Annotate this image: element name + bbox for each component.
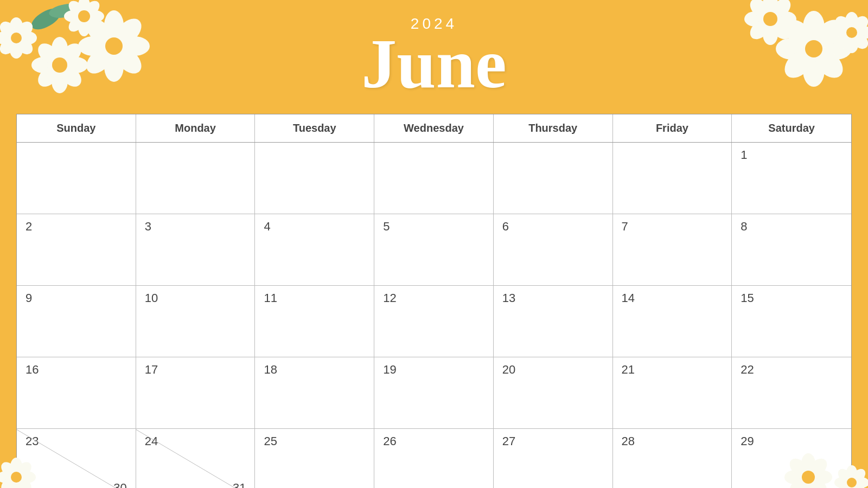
cell-w5-fri: 28 bbox=[613, 429, 732, 488]
svg-point-88 bbox=[854, 477, 868, 488]
svg-point-32 bbox=[86, 10, 104, 22]
svg-point-71 bbox=[0, 471, 14, 483]
cell-w3-sat: 15 bbox=[732, 286, 851, 357]
cell-w4-tue: 18 bbox=[255, 357, 374, 428]
svg-point-47 bbox=[805, 40, 822, 57]
day-header-friday: Friday bbox=[613, 114, 732, 142]
cell-w2-fri: 7 bbox=[613, 214, 732, 285]
svg-point-34 bbox=[81, 0, 103, 20]
svg-point-4 bbox=[10, 41, 23, 59]
cell-w4-wed: 19 bbox=[374, 357, 494, 428]
svg-point-64 bbox=[832, 30, 854, 52]
svg-point-46 bbox=[780, 45, 818, 84]
svg-point-54 bbox=[768, 17, 794, 43]
day-headers-row: Sunday Monday Tuesday Wednesday Thursday… bbox=[17, 114, 851, 143]
cell-w4-mon: 17 bbox=[136, 357, 256, 428]
week-4: 16 17 18 19 20 21 22 bbox=[17, 357, 851, 429]
svg-point-17 bbox=[34, 40, 62, 68]
cell-w1-sat: 1 bbox=[732, 143, 851, 214]
cell-w5-tue: 25 bbox=[255, 429, 374, 488]
cell-w3-fri: 14 bbox=[613, 286, 732, 357]
svg-point-62 bbox=[832, 13, 854, 35]
calendar-container: 2024 June Sunday Monday Tuesday Wednesda… bbox=[0, 0, 868, 488]
svg-point-43 bbox=[810, 15, 848, 53]
cell-w3-thu: 13 bbox=[494, 286, 613, 357]
svg-point-38 bbox=[78, 10, 90, 22]
svg-point-59 bbox=[855, 26, 868, 39]
week-3: 9 10 11 12 13 14 15 bbox=[17, 286, 851, 357]
date-31: 31 bbox=[233, 481, 246, 488]
cell-w4-fri: 21 bbox=[613, 357, 732, 428]
svg-point-16 bbox=[57, 40, 85, 68]
svg-point-27 bbox=[111, 43, 146, 78]
cell-w2-tue: 4 bbox=[255, 214, 374, 285]
date-30: 30 bbox=[113, 481, 126, 488]
svg-point-36 bbox=[81, 13, 103, 35]
cell-w4-sun: 16 bbox=[17, 357, 136, 428]
svg-point-5 bbox=[20, 31, 37, 44]
svg-point-58 bbox=[845, 36, 858, 53]
svg-point-8 bbox=[0, 18, 18, 40]
day-header-wednesday: Wednesday bbox=[374, 114, 494, 142]
cell-w1-tue bbox=[255, 143, 374, 214]
svg-point-24 bbox=[78, 36, 108, 56]
cell-w3-sun: 9 bbox=[17, 286, 136, 357]
svg-point-56 bbox=[763, 12, 777, 26]
cell-w2-sat: 8 bbox=[732, 214, 851, 285]
month-label: June bbox=[361, 28, 506, 99]
cell-w1-wed bbox=[374, 143, 494, 214]
cell-w1-fri bbox=[613, 143, 732, 214]
svg-point-29 bbox=[105, 37, 123, 55]
day-header-saturday: Saturday bbox=[732, 114, 851, 142]
svg-point-13 bbox=[52, 69, 68, 93]
calendar-header: 2024 June bbox=[0, 0, 868, 114]
cell-w1-sun bbox=[17, 143, 136, 214]
svg-point-28 bbox=[81, 43, 117, 78]
svg-point-37 bbox=[66, 13, 87, 35]
svg-point-26 bbox=[81, 14, 117, 49]
cell-w2-thu: 6 bbox=[494, 214, 613, 285]
cell-w5-sat: 29 bbox=[732, 429, 851, 488]
cell-w5-sun: 23 30 bbox=[17, 429, 136, 488]
svg-point-6 bbox=[0, 31, 13, 44]
svg-point-48 bbox=[763, 0, 778, 15]
svg-point-9 bbox=[14, 36, 36, 57]
calendar-grid: Sunday Monday Tuesday Wednesday Thursday… bbox=[16, 114, 852, 488]
svg-point-55 bbox=[746, 17, 773, 43]
day-header-sunday: Sunday bbox=[17, 114, 136, 142]
day-header-thursday: Thursday bbox=[494, 114, 613, 142]
week-1: 1 bbox=[17, 143, 851, 214]
cell-w5-wed: 26 bbox=[374, 429, 494, 488]
svg-point-11 bbox=[11, 33, 22, 43]
svg-point-20 bbox=[52, 57, 67, 73]
day-header-monday: Monday bbox=[136, 114, 256, 142]
svg-point-39 bbox=[803, 11, 825, 43]
cell-w3-wed: 12 bbox=[374, 286, 494, 357]
svg-point-63 bbox=[850, 30, 868, 52]
svg-point-2 bbox=[11, 33, 22, 43]
week-2: 2 3 4 5 6 7 8 bbox=[17, 214, 851, 286]
date-23: 23 bbox=[25, 434, 127, 448]
svg-point-42 bbox=[776, 38, 808, 60]
svg-point-65 bbox=[846, 27, 857, 38]
svg-point-12 bbox=[52, 37, 68, 61]
svg-point-61 bbox=[850, 13, 868, 35]
cell-w2-sun: 2 bbox=[17, 214, 136, 285]
svg-point-45 bbox=[810, 45, 848, 84]
cell-w3-tue: 11 bbox=[255, 286, 374, 357]
svg-point-40 bbox=[803, 54, 825, 87]
svg-point-92 bbox=[850, 480, 868, 488]
svg-point-0 bbox=[28, 4, 64, 34]
cell-w4-thu: 20 bbox=[494, 357, 613, 428]
cell-w1-thu bbox=[494, 143, 613, 214]
svg-point-30 bbox=[78, 0, 90, 15]
svg-point-44 bbox=[780, 15, 818, 53]
svg-point-23 bbox=[119, 36, 150, 56]
svg-point-19 bbox=[34, 62, 62, 91]
svg-point-7 bbox=[14, 18, 36, 40]
svg-point-10 bbox=[0, 36, 18, 57]
svg-point-60 bbox=[831, 26, 848, 39]
svg-point-90 bbox=[850, 466, 868, 485]
calendar-body: 1 2 3 4 5 6 7 8 9 10 11 12 13 14 15 bbox=[17, 143, 851, 488]
svg-point-18 bbox=[57, 62, 85, 91]
